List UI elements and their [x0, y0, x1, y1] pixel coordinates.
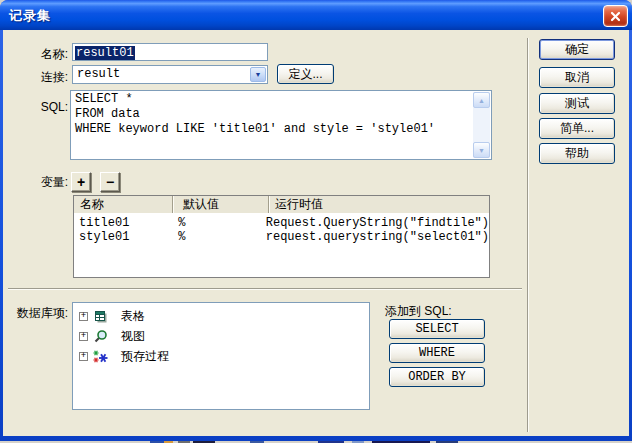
remove-variable-button[interactable]: −: [100, 172, 120, 192]
connection-label: 连接:: [2, 69, 68, 86]
scroll-up-button[interactable]: ▲: [473, 92, 490, 108]
table-icon: [93, 309, 109, 324]
stored-procedure-icon: [93, 349, 109, 364]
sql-label: SQL:: [2, 100, 68, 114]
tree-item-label: 视图: [121, 328, 145, 345]
scroll-down-icon: ▼: [478, 147, 485, 154]
cell-default: %: [168, 216, 261, 230]
table-row[interactable]: title01 % Request.QueryString("findtile"…: [74, 216, 489, 230]
select-button[interactable]: SELECT: [389, 319, 485, 339]
chevron-down-icon: ▼: [255, 71, 262, 78]
scroll-up-icon: ▲: [478, 97, 485, 104]
add-to-sql-label: 添加到 SQL:: [385, 303, 452, 320]
column-header-default: 默认值: [172, 196, 268, 213]
tree-item-label: 预存过程: [121, 348, 169, 365]
define-button[interactable]: 定义...: [277, 64, 334, 84]
sql-text: SELECT * FROM data WHERE keyword LIKE 't…: [75, 92, 435, 137]
cell-runtime: Request.QueryString("findtile"): [261, 216, 489, 230]
connection-select[interactable]: result ▼: [72, 65, 268, 84]
help-button[interactable]: 帮助: [539, 143, 615, 164]
name-input[interactable]: result01: [72, 43, 268, 61]
database-items-tree: + 表格 + 视图 +: [72, 302, 370, 410]
tree-item-views[interactable]: + 视图: [73, 326, 369, 346]
tree-item-tables[interactable]: + 表格: [73, 306, 369, 326]
window-title: 记录集: [9, 7, 51, 25]
order-by-button[interactable]: ORDER BY: [389, 367, 485, 387]
cell-name: title01: [74, 216, 168, 230]
table-row[interactable]: style01 % request.querystring("select01"…: [74, 230, 489, 244]
separator-horizontal: [8, 288, 522, 290]
sql-scrollbar[interactable]: ▲ ▼: [473, 92, 490, 158]
where-button[interactable]: WHERE: [389, 343, 485, 363]
connection-value: result: [77, 67, 120, 81]
column-header-name: 名称: [74, 196, 172, 213]
tree-expand-button[interactable]: +: [79, 352, 88, 361]
ok-button[interactable]: 确定: [539, 39, 615, 60]
close-button[interactable]: [603, 5, 628, 27]
cell-name: style01: [74, 230, 168, 244]
sql-textarea[interactable]: SELECT * FROM data WHERE keyword LIKE 't…: [70, 90, 492, 160]
name-selected-text: result01: [75, 46, 135, 60]
add-variable-button[interactable]: +: [71, 172, 91, 192]
column-header-runtime: 运行时值: [268, 196, 489, 213]
cell-default: %: [168, 230, 261, 244]
database-items-label: 数据库项:: [2, 305, 68, 322]
name-label: 名称:: [2, 46, 68, 63]
scroll-down-button[interactable]: ▼: [473, 142, 490, 158]
cell-runtime: request.querystring("select01"): [261, 230, 489, 244]
cancel-button[interactable]: 取消: [539, 67, 615, 88]
tree-expand-button[interactable]: +: [79, 312, 88, 321]
simple-button[interactable]: 简单...: [539, 118, 615, 139]
close-icon: [610, 11, 621, 22]
view-icon: [93, 329, 109, 344]
connection-dropdown-button[interactable]: ▼: [250, 67, 266, 82]
separator-vertical: [527, 38, 529, 432]
variables-table-header: 名称 默认值 运行时值: [74, 196, 489, 213]
test-button[interactable]: 测试: [539, 93, 615, 114]
tree-item-stored-procedures[interactable]: + 预存过程: [73, 346, 369, 366]
tree-item-label: 表格: [121, 308, 145, 325]
variables-label: 变量:: [2, 174, 68, 191]
tree-expand-button[interactable]: +: [79, 332, 88, 341]
variables-table: 名称 默认值 运行时值 title01 % Request.QueryStrin…: [73, 195, 490, 278]
window-titlebar: 记录集: [0, 0, 632, 30]
recordset-dialog: 记录集 名称: result01 连接: result ▼ 定义... SQL:…: [0, 0, 632, 443]
